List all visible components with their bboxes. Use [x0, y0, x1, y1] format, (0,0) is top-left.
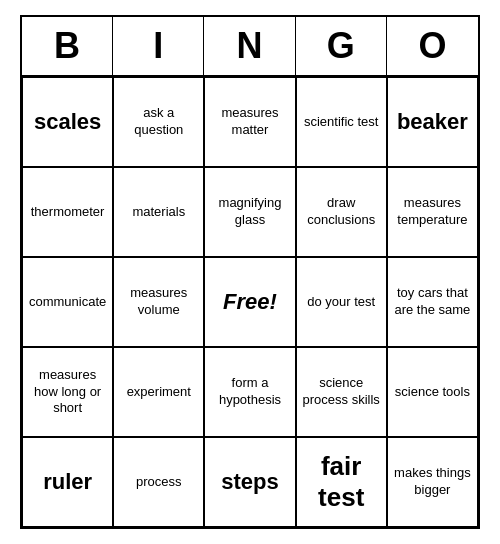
bingo-header: BINGO: [22, 17, 478, 77]
header-letter-I: I: [113, 17, 204, 75]
bingo-cell-5: thermometer: [22, 167, 113, 257]
bingo-cell-22: steps: [204, 437, 295, 527]
bingo-cell-10: communicate: [22, 257, 113, 347]
bingo-cell-4: beaker: [387, 77, 478, 167]
header-letter-G: G: [296, 17, 387, 75]
bingo-cell-9: measures temperature: [387, 167, 478, 257]
bingo-cell-17: form a hypothesis: [204, 347, 295, 437]
bingo-cell-15: measures how long or short: [22, 347, 113, 437]
bingo-grid: scalesask a questionmeasures matterscien…: [22, 77, 478, 527]
bingo-cell-0: scales: [22, 77, 113, 167]
bingo-cell-24: makes things bigger: [387, 437, 478, 527]
bingo-cell-7: magnifying glass: [204, 167, 295, 257]
bingo-cell-20: ruler: [22, 437, 113, 527]
bingo-cell-13: do your test: [296, 257, 387, 347]
bingo-cell-6: materials: [113, 167, 204, 257]
header-letter-B: B: [22, 17, 113, 75]
bingo-cell-1: ask a question: [113, 77, 204, 167]
header-letter-O: O: [387, 17, 478, 75]
bingo-cell-18: science process skills: [296, 347, 387, 437]
bingo-cell-23: fair test: [296, 437, 387, 527]
header-letter-N: N: [204, 17, 295, 75]
bingo-cell-2: measures matter: [204, 77, 295, 167]
bingo-cell-14: toy cars that are the same: [387, 257, 478, 347]
bingo-cell-8: draw conclusions: [296, 167, 387, 257]
bingo-cell-3: scientific test: [296, 77, 387, 167]
bingo-cell-16: experiment: [113, 347, 204, 437]
bingo-card: BINGO scalesask a questionmeasures matte…: [20, 15, 480, 529]
bingo-cell-11: measures volume: [113, 257, 204, 347]
bingo-cell-12: Free!: [204, 257, 295, 347]
bingo-cell-19: science tools: [387, 347, 478, 437]
bingo-cell-21: process: [113, 437, 204, 527]
